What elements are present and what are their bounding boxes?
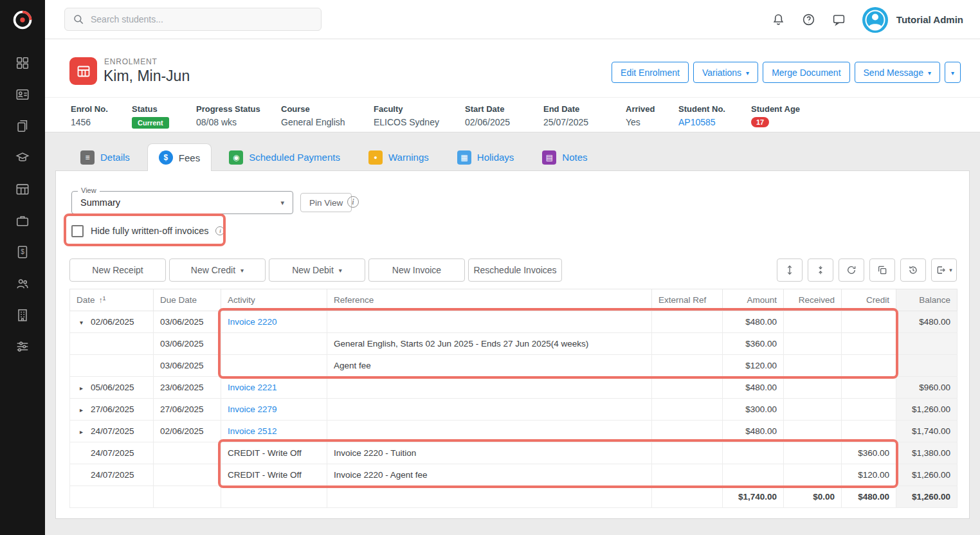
col-balance[interactable]: Balance — [896, 289, 957, 311]
cell-due-date — [154, 442, 221, 464]
cell-received — [784, 442, 842, 464]
variations-button[interactable]: Variations▾ — [693, 62, 758, 83]
cell-due-date: 03/06/2025 — [154, 333, 221, 355]
new-debit-button[interactable]: New Debit▾ — [269, 258, 365, 282]
search-input[interactable] — [91, 14, 313, 24]
cell-reference: Invoice 2220 - Tuition — [327, 442, 652, 464]
cell-amount: $480.00 — [723, 421, 784, 442]
cell-due-date: 27/06/2025 — [154, 399, 221, 421]
col-external-ref[interactable]: External Ref — [652, 289, 723, 311]
sort-asc-icon: ↑1 — [99, 296, 106, 305]
col-date[interactable]: Date↑1 — [70, 289, 154, 311]
student-search[interactable] — [64, 8, 322, 31]
new-invoice-button[interactable]: New Invoice — [368, 258, 465, 282]
expand-row-icon[interactable]: ▸ — [77, 385, 86, 392]
table-row[interactable]: 03/06/2025 General English, Starts 02 Ju… — [70, 333, 957, 355]
cell-balance: $1,260.00 — [896, 399, 957, 421]
tab-details[interactable]: ≡Details — [69, 143, 141, 171]
table-row[interactable]: ▸24/07/2025 02/06/2025 Invoice 2512 $480… — [70, 421, 957, 442]
hide-written-off-checkbox[interactable] — [71, 225, 84, 237]
merge-document-button[interactable]: Merge Document — [763, 62, 849, 83]
invoice-link[interactable]: Invoice 2221 — [228, 383, 277, 392]
col-due-date[interactable]: Due Date — [154, 289, 221, 311]
contacts-icon[interactable] — [0, 78, 45, 110]
user-menu[interactable]: Tutorial Admin — [862, 7, 963, 33]
avatar — [862, 7, 888, 33]
table-row[interactable]: 24/07/2025 CREDIT - Write Off Invoice 22… — [70, 442, 957, 464]
staff-icon[interactable] — [0, 268, 45, 299]
app-logo[interactable] — [0, 0, 45, 39]
expand-row-icon[interactable]: ▸ — [77, 428, 86, 435]
table-row[interactable]: ▾02/06/2025 03/06/2025 Invoice 2220 $480… — [70, 311, 957, 333]
cell-amount: $120.00 — [723, 355, 784, 377]
collapse-all-rows-button[interactable] — [808, 258, 833, 282]
tab-holidays[interactable]: ▦Holidays — [446, 143, 525, 171]
cell-balance: $1,740.00 — [896, 421, 957, 442]
cell-date: ▸27/06/2025 — [70, 399, 154, 421]
cell-date: ▸05/06/2025 — [70, 377, 154, 399]
col-amount[interactable]: Amount — [723, 289, 784, 311]
settings-icon[interactable] — [0, 331, 45, 362]
view-info-icon[interactable]: i — [347, 196, 359, 208]
chat-icon[interactable] — [832, 13, 846, 26]
cell-amount — [723, 442, 784, 464]
reschedule-invoices-button[interactable]: Reschedule Invoices — [468, 258, 562, 282]
cell-received — [784, 333, 842, 355]
agents-icon[interactable] — [0, 204, 45, 236]
scheduled-payments-icon: ◉ — [229, 150, 243, 165]
cell-amount: $300.00 — [723, 399, 784, 421]
documents-icon[interactable] — [0, 110, 45, 141]
student-no-link[interactable]: AP10585 — [678, 117, 751, 127]
cell-date — [70, 333, 154, 355]
details-icon: ≡ — [80, 150, 95, 165]
expand-row-icon[interactable]: ▸ — [77, 406, 86, 413]
dashboard-icon[interactable] — [0, 47, 45, 78]
expand-all-rows-button[interactable] — [777, 258, 803, 282]
tab-fees[interactable]: $Fees — [147, 143, 212, 171]
invoice-link[interactable]: Invoice 2279 — [228, 404, 277, 414]
finance-icon[interactable]: $ — [0, 236, 45, 268]
table-row[interactable]: 03/06/2025 Agent fee $120.00 — [70, 355, 957, 377]
cell-external-ref — [652, 377, 723, 399]
col-received[interactable]: Received — [784, 289, 842, 311]
help-icon[interactable] — [802, 13, 815, 26]
cell-balance — [896, 355, 957, 377]
courses-icon[interactable] — [0, 141, 45, 173]
col-activity[interactable]: Activity — [221, 289, 327, 311]
table-row[interactable]: ▸05/06/2025 23/06/2025 Invoice 2221 $480… — [70, 377, 957, 399]
table-row[interactable]: ▸27/06/2025 27/06/2025 Invoice 2279 $300… — [70, 399, 957, 421]
organisation-icon[interactable] — [0, 299, 45, 331]
fees-toolbar: New Receipt New Credit▾ New Debit▾ New I… — [69, 258, 957, 282]
view-select[interactable]: View Summary ▾ — [71, 191, 293, 214]
cell-received — [784, 421, 842, 442]
export-button[interactable]: ▾ — [931, 258, 957, 282]
new-credit-button[interactable]: New Credit▾ — [169, 258, 266, 282]
copy-table-button[interactable] — [869, 258, 895, 282]
cell-balance: $480.00 — [896, 311, 957, 333]
invoice-link[interactable]: Invoice 2512 — [228, 426, 277, 436]
info-student-age: Student Age17 — [751, 104, 800, 132]
notifications-bell-icon[interactable] — [772, 13, 785, 26]
col-credit[interactable]: Credit — [842, 289, 896, 311]
edit-enrolment-button[interactable]: Edit Enrolment — [612, 62, 689, 83]
info-end-date: End Date25/07/2025 — [543, 104, 626, 132]
invoice-link[interactable]: Invoice 2220 — [228, 317, 277, 327]
history-button[interactable] — [900, 258, 926, 282]
more-actions-button[interactable]: ▾ — [945, 62, 961, 83]
tab-notes[interactable]: ▤Notes — [531, 143, 598, 171]
col-reference[interactable]: Reference — [327, 289, 652, 311]
pin-view-button[interactable]: Pin View — [300, 193, 352, 212]
collapse-row-icon[interactable]: ▾ — [77, 319, 86, 326]
fees-panel: View Summary ▾ Pin View i Hide fully wri… — [55, 170, 970, 519]
send-message-button[interactable]: Send Message▾ — [855, 62, 940, 83]
cell-activity: Invoice 2279 — [221, 399, 327, 421]
table-row[interactable]: 24/07/2025 CREDIT - Write Off Invoice 22… — [70, 464, 957, 486]
tab-scheduled-payments[interactable]: ◉Scheduled Payments — [218, 143, 351, 171]
info-progress-status: Progress Status08/08 wks — [196, 104, 281, 132]
refresh-button[interactable] — [839, 258, 864, 282]
hide-written-off-info-icon[interactable]: i — [215, 226, 224, 235]
cell-reference: General English, Starts 02 Jun 2025 - En… — [327, 333, 652, 355]
new-receipt-button[interactable]: New Receipt — [69, 258, 166, 282]
timetable-icon[interactable] — [0, 173, 45, 204]
tab-warnings[interactable]: ●Warnings — [358, 143, 440, 171]
